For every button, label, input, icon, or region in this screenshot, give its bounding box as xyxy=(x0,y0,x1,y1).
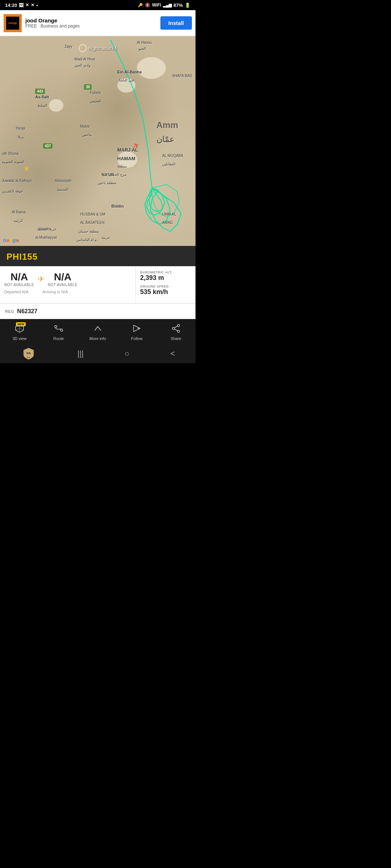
label-yarqa-ar: يرقا xyxy=(18,135,24,139)
label-alrama-ar: الرامة xyxy=(14,219,23,223)
svg-text:DA: DA xyxy=(26,352,31,355)
label-adassiyah-en: Adassiyah xyxy=(55,179,71,183)
stats-right: BAROMETRIC ALT. 2,393 m GROUND SPEED 535… xyxy=(136,266,196,303)
label-marjhamam-en2: HAMAM xyxy=(117,156,135,161)
label-wadialhour-ar: وادي الحور xyxy=(74,63,91,67)
label-mahis-ar: ماحص xyxy=(82,133,92,137)
svg-point-1 xyxy=(55,326,57,328)
stats-route: N/A NOT AVAILABLE ✈ N/A NOT AVAILABLE xyxy=(4,271,131,287)
map-area[interactable]: flightradar24 Zayy Al Hanou الحنو Wadi A… xyxy=(0,36,196,246)
label-ummamad: UMM AL xyxy=(162,212,176,216)
label-husban-en2: AL BASATEEN xyxy=(80,221,104,225)
label-amman: Amm xyxy=(156,120,178,130)
nav-item-3dview[interactable]: NEW 3D view xyxy=(3,322,36,342)
label-juwafat-en: Juwafat al-Kafrayn xyxy=(2,179,32,183)
label-naur-ar: منطقة ناعور xyxy=(98,181,116,185)
label-shuna-ar: الشونة الجنوبية xyxy=(2,160,24,164)
nav-label-share: Share xyxy=(171,336,181,341)
nav-item-follow[interactable]: Follow xyxy=(121,322,153,342)
ad-text: jood Orange FREE · Business and pages xyxy=(25,17,160,29)
recent-apps-button[interactable]: ||| xyxy=(77,349,84,358)
svg-point-2 xyxy=(60,329,63,331)
photo-icon: 🖼 xyxy=(19,3,24,8)
ground-speed-value: 535 km/h xyxy=(140,288,191,296)
ground-speed-label: GROUND SPEED xyxy=(140,285,191,288)
label-juwafat-ar: جوفة الكفرين xyxy=(2,189,23,193)
svg-point-6 xyxy=(177,330,180,332)
label-shafabad: SHAFA BAD xyxy=(172,74,192,78)
nav-label-route: Route xyxy=(53,336,64,341)
label-alhanou-ar: الحنو xyxy=(139,47,146,51)
label-naur-en: NA'UR xyxy=(102,173,114,177)
label-alrama-en: Al Rama xyxy=(12,210,25,214)
install-button[interactable]: Install xyxy=(160,16,192,30)
home-button[interactable]: ○ xyxy=(125,349,129,358)
svg-text:Arab: Arab xyxy=(27,356,30,358)
nav-item-share[interactable]: Share xyxy=(160,322,192,342)
ad-app-name: jood Orange xyxy=(25,17,160,24)
fr-text: flightradar24 xyxy=(88,46,117,51)
reg-value: N62327 xyxy=(17,308,37,315)
baro-alt-value: 2,393 m xyxy=(140,274,191,282)
dest-label: NOT AVAILABLE xyxy=(48,283,77,287)
follow-icon xyxy=(132,324,142,335)
label-fuheis-ar: الفحيص xyxy=(90,99,101,103)
label-husban-ar1: منطقة حسبان xyxy=(78,229,99,233)
mute-icon: 🔇 xyxy=(145,3,150,8)
flight-panel: PHI155 xyxy=(0,246,196,266)
fr-watermark: flightradar24 xyxy=(79,44,117,52)
svg-point-5 xyxy=(172,327,175,329)
label-amman-ar: عمّان xyxy=(156,135,174,144)
back-button[interactable]: < xyxy=(171,349,175,358)
label-alhanou-en: Al Hanou xyxy=(137,41,152,44)
label-husban-en: HUSBAN & UM xyxy=(80,212,105,216)
key-icon: 🔑 xyxy=(138,3,143,8)
status-left: 14:20 🖼 ✕ ✕ • xyxy=(5,3,38,8)
wifi-icon: WiFi xyxy=(152,3,161,8)
google-logo: Google xyxy=(3,238,19,243)
nav-item-moreinfo[interactable]: More info xyxy=(81,322,114,342)
label-muqaba-ar: المقابلين xyxy=(162,162,176,166)
bottom-nav: NEW 3D view Route More info xyxy=(0,319,196,344)
battery-icon: 🔋 xyxy=(185,3,190,8)
cube-icon xyxy=(15,326,24,335)
svg-line-7 xyxy=(175,326,177,328)
label-jarina: جرينة xyxy=(102,235,110,239)
label-khirbet-en2: al-Mukhayyat xyxy=(35,235,56,239)
footer-bar: DA Arab ||| ○ < xyxy=(0,344,196,363)
departed-text: Departed N/A Arriving in N/A xyxy=(4,290,131,294)
svg-point-4 xyxy=(177,324,180,327)
label-mahis-en: Mahis xyxy=(80,124,90,128)
x-icon-2: ✕ xyxy=(31,3,34,8)
time: 14:20 xyxy=(5,3,17,8)
flight-id: PHI155 xyxy=(7,252,189,262)
road-badge-437: 437 xyxy=(43,143,53,149)
origin-label: NOT AVAILABLE xyxy=(4,283,34,287)
reg-row: REG N62327 xyxy=(0,303,196,319)
label-assalt-ar: السلط xyxy=(37,103,47,107)
label-adassiyah-ar: العدسية xyxy=(57,187,68,191)
label-marjhamam-ar1: منطقة xyxy=(117,164,127,168)
nav-label-moreinfo: More info xyxy=(89,336,106,341)
ground-speed-item: GROUND SPEED 535 km/h xyxy=(140,285,191,296)
urban-patch-assalt xyxy=(49,99,63,112)
dot-icon: • xyxy=(36,3,38,8)
label-shuna-en: uth Shuna xyxy=(2,152,18,156)
battery-percent: 87% xyxy=(173,3,183,8)
status-right: 🔑 🔇 WiFi ▂▄▆ 87% 🔋 xyxy=(138,3,190,8)
flight-stats: N/A NOT AVAILABLE ✈ N/A NOT AVAILABLE De… xyxy=(0,266,196,303)
label-fuheis-en: Fuheis xyxy=(90,91,101,95)
label-khirbet-ar: خربة المخيط xyxy=(37,227,57,231)
share-icon xyxy=(171,324,181,335)
svg-marker-0 xyxy=(81,46,85,49)
urban-patch-amman xyxy=(137,57,166,79)
label-einalbasha-ar: عين الباشا xyxy=(119,78,135,82)
ad-logo-text: orange xyxy=(8,22,17,24)
baro-alt-label: BAROMETRIC ALT. xyxy=(140,271,191,274)
nav-item-route[interactable]: Route xyxy=(42,322,75,342)
road-badge-30: 30 xyxy=(84,84,92,90)
origin-code: N/A xyxy=(4,271,34,283)
label-wadialhour-en: Wadi Al Hour xyxy=(74,57,95,61)
new-badge: NEW xyxy=(16,322,26,326)
label-muqaba: AL MUQABA xyxy=(162,154,183,158)
